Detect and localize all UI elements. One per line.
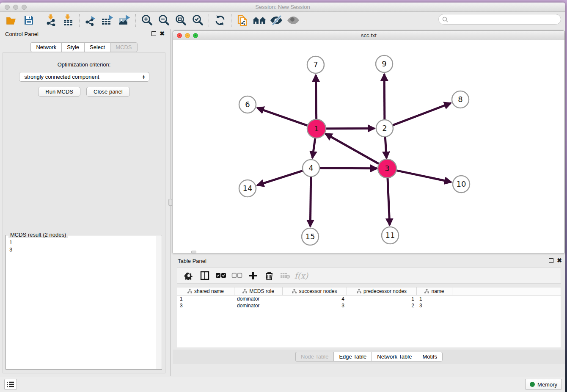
table-cell[interactable]: 1: [417, 295, 452, 302]
vertical-splitter[interactable]: [168, 29, 173, 376]
import-network-icon[interactable]: [43, 14, 60, 27]
table-cell[interactable]: 2: [347, 302, 417, 309]
graph-node-6[interactable]: 6: [239, 96, 256, 113]
status-bar: Memory: [0, 376, 565, 392]
tab-network-table[interactable]: Network Table: [372, 352, 417, 362]
zoom-selected-icon[interactable]: [189, 14, 206, 27]
network-canvas[interactable]: 7968124314101511: [173, 40, 564, 253]
close-table-panel-icon[interactable]: ✖: [557, 258, 562, 263]
tab-motifs[interactable]: Motifs: [417, 352, 443, 362]
column-header-MCDS-role[interactable]: MCDS role: [234, 287, 283, 295]
toolbar-separator: [209, 14, 209, 27]
splitter-grip[interactable]: [168, 199, 172, 206]
tab-edge-table[interactable]: Edge Table: [333, 352, 372, 362]
tab-select[interactable]: Select: [84, 42, 110, 52]
graph-node-11[interactable]: 11: [382, 227, 399, 244]
float-table-panel-icon[interactable]: [549, 258, 553, 263]
tab-mcds[interactable]: MCDS: [110, 42, 137, 52]
control-panel-title: Control Panel: [5, 31, 39, 37]
edge-2-8[interactable]: [393, 103, 451, 125]
tab-node-table[interactable]: Node Table: [295, 352, 334, 362]
result-scrollbar[interactable]: [156, 236, 161, 369]
edge-4-3[interactable]: [320, 168, 377, 168]
graph-node-7[interactable]: 7: [307, 56, 324, 73]
table-cell[interactable]: 3: [177, 302, 234, 309]
graph-node-2[interactable]: 2: [376, 120, 393, 137]
table-cell[interactable]: 4: [283, 295, 347, 302]
graph-node-9[interactable]: 9: [376, 55, 393, 72]
table-cell[interactable]: dominator: [234, 302, 283, 309]
edge-1-6[interactable]: [257, 108, 308, 126]
column-tree-icon: [187, 289, 192, 294]
add-row-icon[interactable]: [245, 269, 261, 282]
table-cell[interactable]: dominator: [234, 295, 283, 302]
table-cell[interactable]: 1: [177, 295, 234, 302]
clone-network-icon[interactable]: [234, 14, 251, 27]
edge-4-15[interactable]: [310, 177, 311, 226]
edge-3-11[interactable]: [388, 177, 390, 225]
edge-3-10[interactable]: [396, 170, 451, 182]
edge-2-3[interactable]: [385, 137, 386, 158]
memory-button[interactable]: Memory: [525, 379, 562, 390]
zoom-in-icon[interactable]: [138, 14, 155, 27]
graph-node-10[interactable]: 10: [453, 176, 470, 193]
unselect-all-columns-icon[interactable]: [229, 269, 245, 282]
horizontal-splitter-grip[interactable]: [191, 251, 196, 254]
column-header-predecessor-nodes[interactable]: predecessor nodes: [347, 287, 417, 295]
hide-selected-icon[interactable]: [268, 14, 285, 27]
open-file-icon[interactable]: [3, 14, 20, 27]
column-header-name[interactable]: name: [417, 287, 452, 295]
window-title: Session: New Session: [0, 4, 565, 10]
table-row[interactable]: 3dominator323: [177, 302, 561, 309]
edge-4-14[interactable]: [257, 171, 303, 185]
tab-style[interactable]: Style: [61, 42, 84, 52]
graph-node-3[interactable]: 3: [378, 159, 396, 178]
node-label: 4: [308, 163, 313, 172]
edge-1-4[interactable]: [312, 138, 315, 158]
table-row[interactable]: 1dominator411: [177, 295, 561, 302]
delete-row-icon[interactable]: [261, 269, 277, 282]
node-label: 11: [385, 231, 395, 240]
edge-2-9[interactable]: [384, 74, 385, 119]
zoom-out-icon[interactable]: [155, 14, 172, 27]
table-cell[interactable]: 3: [283, 302, 347, 309]
close-panel-button[interactable]: Close panel: [86, 87, 130, 97]
column-header-shared-name[interactable]: shared name: [177, 287, 234, 295]
table-cell[interactable]: 1: [347, 295, 417, 302]
graph-node-1[interactable]: 1: [307, 119, 326, 138]
table-cell[interactable]: 3: [417, 302, 452, 309]
graph-node-8[interactable]: 8: [452, 91, 469, 108]
show-all-icon[interactable]: [285, 14, 302, 27]
refresh-layout-icon[interactable]: [212, 14, 228, 27]
float-panel-icon[interactable]: [151, 31, 156, 36]
mcds-result-text[interactable]: 1 3: [9, 239, 155, 368]
column-layout-icon[interactable]: [197, 269, 213, 282]
zoom-fit-icon[interactable]: [172, 14, 189, 27]
column-header-successor-nodes[interactable]: successor nodes: [283, 287, 347, 295]
main-toolbar: [0, 12, 565, 29]
graph-node-4[interactable]: 4: [303, 160, 319, 177]
network-graph[interactable]: 7968124314101511: [173, 40, 564, 253]
table-settings-icon[interactable]: [181, 269, 197, 282]
search-icon: [442, 17, 448, 22]
tab-network[interactable]: Network: [30, 42, 61, 52]
select-all-columns-icon[interactable]: [213, 269, 229, 282]
edge-1-7[interactable]: [316, 75, 316, 120]
edge-1-2[interactable]: [325, 128, 374, 129]
node-label: 3: [385, 164, 389, 173]
first-neighbors-icon[interactable]: [251, 14, 268, 27]
export-image-icon[interactable]: [116, 14, 133, 27]
import-table-icon[interactable]: [60, 14, 77, 27]
close-panel-icon[interactable]: ✖: [160, 31, 165, 36]
search-input[interactable]: [438, 14, 561, 25]
export-table-icon[interactable]: [99, 14, 116, 27]
graph-node-15[interactable]: 15: [302, 228, 319, 245]
export-network-icon[interactable]: [82, 14, 99, 27]
node-label: 15: [306, 232, 315, 241]
task-history-button[interactable]: [4, 379, 17, 390]
run-mcds-button[interactable]: Run MCDS: [38, 87, 80, 97]
criterion-select[interactable]: strongly connected component ▲▼: [19, 72, 149, 82]
save-session-icon[interactable]: [20, 14, 37, 27]
edge-3-1[interactable]: [325, 134, 380, 164]
graph-node-14[interactable]: 14: [239, 180, 256, 197]
